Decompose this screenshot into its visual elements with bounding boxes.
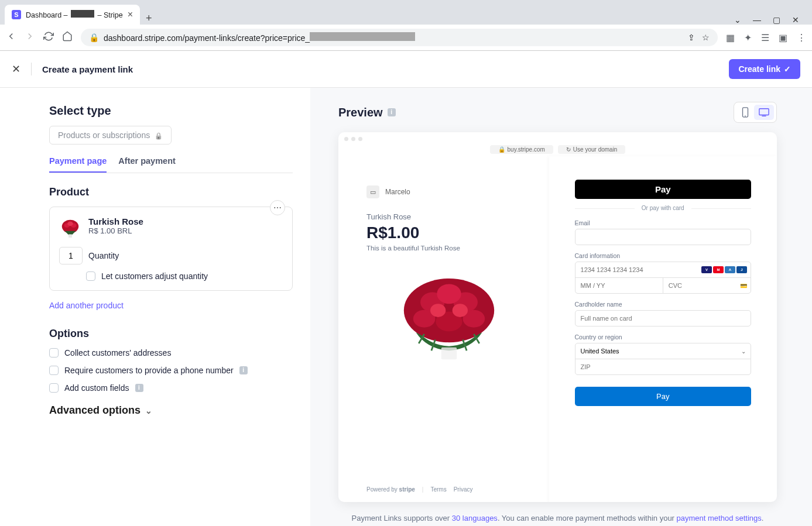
redacted-text (310, 32, 415, 41)
preview-panel: Preview i 🔒 buy.stripe.com ↻ Use your do… (310, 88, 812, 526)
address-bar: 🔒 dashboard.stripe.com/payment-links/cre… (0, 25, 812, 50)
url-text: dashboard.stripe.com/payment-links/creat… (104, 32, 415, 43)
preview-product-title: Turkish Rose (366, 212, 532, 221)
cvc-card-icon: 💳 (740, 283, 751, 289)
custom-fields-label: Add custom fields (64, 383, 129, 393)
browser-tab[interactable]: S Dashboard – – Stripe × (5, 5, 140, 25)
preview-window: 🔒 buy.stripe.com ↻ Use your domain ▭ Mar… (338, 132, 777, 502)
product-name: Turkish Rose (88, 216, 143, 226)
card-brand-icons: V M A J (701, 266, 751, 273)
close-icon[interactable]: ✕ (12, 63, 32, 75)
email-input[interactable] (575, 229, 751, 245)
forward-icon (25, 31, 35, 44)
privacy-link[interactable]: Privacy (454, 486, 473, 493)
or-divider: Or pay with card (575, 205, 751, 211)
preview-summary: ▭ Marcelo Turkish Rose R$1.00 This is a … (338, 156, 549, 502)
country-select[interactable]: United States (575, 343, 741, 359)
pay-button[interactable]: Pay (575, 387, 751, 406)
preview-titlebar (338, 132, 777, 145)
preview-url-bar: 🔒 buy.stripe.com ↻ Use your domain (338, 145, 777, 156)
preview-product-description: This is a beautiful Turkish Rose (366, 245, 532, 252)
use-your-domain-button[interactable]: ↻ Use your domain (558, 145, 626, 154)
preview-footer-links: Powered by stripe | Terms Privacy (366, 486, 532, 493)
svg-point-12 (437, 284, 461, 304)
new-tab-button[interactable]: + (146, 12, 152, 25)
reload-icon[interactable] (43, 31, 54, 44)
expiry-input[interactable] (575, 278, 663, 293)
main-content: Select type Products or subscriptions Pa… (0, 88, 812, 526)
check-icon: ✓ (784, 64, 791, 74)
lock-icon (155, 130, 163, 140)
country-label: Country or region (575, 334, 751, 341)
collect-addresses-checkbox[interactable] (49, 348, 59, 357)
tab-payment-page[interactable]: Payment page (49, 156, 107, 173)
card-info-label: Card information (575, 252, 751, 259)
minimize-icon[interactable]: ― (753, 15, 761, 25)
advanced-options-toggle[interactable]: Advanced options ⌄ (49, 404, 293, 417)
mobile-preview-button[interactable] (736, 105, 754, 120)
desktop-preview-button[interactable] (754, 105, 774, 120)
menu-dots-icon[interactable]: ⋮ (797, 32, 806, 43)
home-icon[interactable] (62, 31, 73, 44)
svg-point-3 (67, 222, 73, 226)
payment-method-settings-link[interactable]: payment method settings (677, 514, 762, 522)
email-label: Email (575, 219, 751, 226)
svg-rect-4 (68, 234, 72, 238)
config-tabs: Payment page After payment (49, 156, 293, 173)
merchant-icon: ▭ (366, 185, 379, 198)
zip-input[interactable] (575, 359, 751, 374)
info-icon[interactable]: i (239, 366, 248, 374)
options-heading: Options (49, 328, 293, 340)
require-phone-label: Require customers to provide a phone num… (64, 366, 234, 375)
back-icon[interactable] (6, 31, 16, 44)
languages-link[interactable]: 30 languages (452, 514, 498, 522)
quantity-label: Quantity (88, 251, 119, 260)
maximize-icon[interactable]: ▢ (773, 15, 780, 25)
svg-rect-7 (759, 109, 769, 115)
browser-chrome: S Dashboard – – Stripe × + ⌄ ― ▢ ✕ 🔒 das… (0, 0, 812, 51)
share-icon[interactable]: ⇪ (688, 33, 695, 42)
create-link-button[interactable]: Create link ✓ (729, 59, 800, 79)
star-icon[interactable]: ☆ (702, 33, 710, 42)
custom-fields-checkbox[interactable] (49, 383, 59, 393)
adjust-quantity-checkbox[interactable] (86, 271, 95, 281)
chevron-down-icon: ⌄ (741, 348, 751, 355)
type-selector-locked: Products or subscriptions (49, 126, 172, 145)
side-panel-icon[interactable]: ▣ (779, 32, 787, 43)
close-tab-icon[interactable]: × (128, 9, 133, 20)
reading-list-icon[interactable]: ☰ (761, 32, 769, 43)
select-type-heading: Select type (49, 104, 293, 118)
tab-title: Dashboard – – Stripe (26, 10, 123, 19)
product-price: R$ 1.00 BRL (88, 226, 143, 235)
quantity-input[interactable] (59, 247, 83, 264)
extension-icon[interactable]: ▦ (726, 32, 735, 43)
cardholder-label: Cardholder name (575, 301, 751, 308)
device-toggle (734, 102, 777, 123)
extensions-puzzle-icon[interactable]: ✦ (744, 32, 752, 43)
card-number-input[interactable] (575, 262, 701, 277)
apple-pay-button[interactable]: Pay (575, 180, 751, 199)
product-thumbnail (59, 216, 81, 239)
product-card: ⋯ Turkish Rose R$ 1.00 BRL Quantity Let … (49, 207, 293, 291)
add-another-product-link[interactable]: Add another product (49, 301, 124, 310)
preview-domain-pill: 🔒 buy.stripe.com (490, 145, 553, 154)
preview-heading: Preview i (338, 106, 396, 119)
chevron-down-icon[interactable]: ⌄ (734, 15, 741, 25)
app-header: ✕ Create a payment link Create link ✓ (0, 51, 812, 88)
tab-after-payment[interactable]: After payment (118, 156, 176, 173)
merchant-name: Marcelo (385, 188, 410, 196)
cvc-input[interactable] (663, 278, 740, 293)
info-icon[interactable]: i (388, 108, 396, 116)
require-phone-checkbox[interactable] (49, 366, 59, 375)
url-field[interactable]: 🔒 dashboard.stripe.com/payment-links/cre… (81, 29, 718, 46)
cardholder-input[interactable] (575, 310, 751, 326)
product-more-button[interactable]: ⋯ (270, 200, 285, 215)
footer-note: Payment Links supports over 30 languages… (338, 513, 777, 524)
preview-product-price: R$1.00 (366, 224, 532, 242)
close-window-icon[interactable]: ✕ (792, 15, 799, 25)
page-title: Create a payment link (42, 64, 133, 74)
stripe-favicon: S (12, 10, 21, 19)
redacted-text (71, 10, 94, 18)
terms-link[interactable]: Terms (430, 486, 446, 493)
info-icon[interactable]: i (135, 384, 143, 392)
